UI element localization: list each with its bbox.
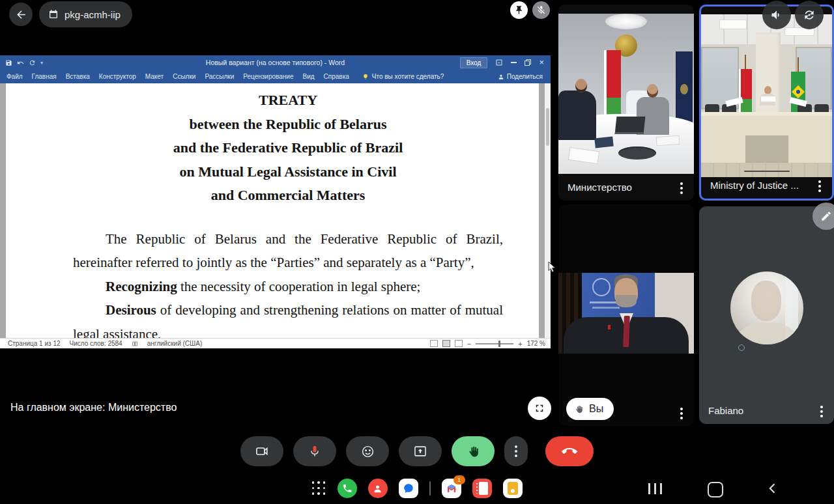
notebook [594,137,613,148]
menu-review[interactable]: Рецензирование [243,73,293,80]
messages-app-icon[interactable] [399,479,418,498]
more-icon [515,445,517,457]
speaker-button[interactable] [762,1,791,29]
share-label: Поделиться [507,73,543,80]
minimize-button[interactable] [511,62,517,63]
mic-icon [308,445,321,458]
menu-file[interactable]: Файл [7,73,23,80]
more-options-button[interactable] [504,436,528,466]
zoom-in-button[interactable]: + [518,340,522,348]
reactions-button[interactable] [346,436,389,466]
restore-button[interactable] [525,59,531,66]
zoom-out-button[interactable]: − [467,340,471,348]
document-page: TREATY between the Republic of Belarus a… [73,83,503,338]
phone-app-icon[interactable] [338,479,357,498]
you-pill: Вы [566,398,614,420]
avatar-face-hint [751,281,781,321]
menu-help[interactable]: Справка [324,73,349,80]
tile-menu-button[interactable] [814,179,826,193]
avatar-watermark [738,344,745,351]
scrollbar-thumb[interactable] [546,108,549,146]
tell-me-box[interactable]: Что вы хотите сделать? [362,73,444,80]
zoom-slider-thumb[interactable] [498,341,500,347]
brazil-flag-globe [796,90,800,94]
document-title: TREATY between the Republic of Belarus a… [73,89,503,208]
avatar-shoulders [738,322,796,344]
gmail-app-icon[interactable]: 1 [442,479,461,498]
call-controls [0,435,834,468]
docs-app-icon[interactable] [503,479,523,498]
presentation-muted-icon [532,1,550,19]
word-window: ▾ Новый вариант (на основе типового) - W… [0,55,551,348]
fullscreen-button[interactable] [528,397,551,420]
chandelier [605,14,647,29]
android-back-button[interactable] [766,482,779,495]
participant-figure-left [558,91,596,140]
zoom-slider[interactable] [476,343,513,344]
paragraph-intro: The Republic of Belarus and the Federati… [73,227,503,275]
mic-button[interactable] [293,436,336,466]
present-icon [413,444,427,458]
menu-mailings[interactable]: Рассылки [205,73,234,80]
notes-app-icon[interactable] [472,479,492,498]
lightbulb-icon [362,74,369,80]
web-layout-button[interactable] [455,340,463,347]
participant-tile-fabiano[interactable]: Fabiano [699,206,834,424]
mouse-cursor [548,261,556,273]
participant-name: Ministry of Justice ... [710,180,799,191]
page-indicator[interactable]: Страница 1 из 12 [8,340,61,347]
home-button[interactable] [708,482,723,497]
proofing-icon[interactable] [132,341,138,347]
end-call-button[interactable] [545,436,594,466]
app-drawer-button[interactable] [312,481,326,496]
main-screen-label: На главном экране: Министерство [10,402,177,413]
participant-tile-you[interactable]: Вы [558,204,694,426]
menu-references[interactable]: Ссылки [173,73,195,80]
ribbon-display-icon[interactable] [495,59,503,66]
read-mode-button[interactable] [430,340,438,347]
word-count[interactable]: Число слов: 2584 [70,340,122,347]
meeting-room-video [558,14,694,174]
hand-raise-button[interactable] [452,436,495,466]
hand-icon [574,404,584,414]
pin-indicator[interactable] [510,1,528,19]
u-table-opening [745,135,788,163]
participant-tile-ministerstvo[interactable]: Министерство [558,5,694,201]
speakerphone [618,147,656,160]
menu-view[interactable]: Вид [303,73,315,80]
lapel-pin [608,325,611,329]
tile-menu-button[interactable] [816,404,827,419]
menu-insert[interactable]: Вставка [66,73,90,80]
switch-camera-button[interactable] [795,1,824,29]
recents-button[interactable] [648,483,662,494]
camera-button[interactable] [240,436,283,466]
share-button[interactable]: Поделиться [498,73,543,80]
print-layout-button[interactable] [442,340,450,347]
menu-design[interactable]: Конструктор [99,73,136,80]
menu-layout[interactable]: Макет [145,73,164,80]
meeting-code-pill[interactable]: pkg-acmh-iip [39,1,132,27]
menu-home[interactable]: Главная [32,73,57,80]
word-titlebar: ▾ Новый вариант (на основе типового) - W… [0,55,551,70]
paragraph-recognizing: Recognizing the necessity of cooperation… [73,275,503,299]
participant-head-left [575,79,587,92]
participant-tile-ministry-of-justice[interactable]: Ministry of Justice ... [699,5,834,201]
language-indicator[interactable]: английский (США) [147,340,203,347]
belarus-flag [739,69,752,117]
page-left-edge [0,83,6,338]
tile-menu-button[interactable] [676,406,687,421]
gmail-badge: 1 [453,475,465,484]
present-screen-button[interactable] [399,436,442,466]
contacts-app-icon[interactable] [368,479,388,498]
docs-dot [511,489,515,493]
signin-button[interactable]: Вход [460,57,488,68]
zoom-level[interactable]: 172 % [527,340,545,347]
participant-name: Министерство [568,182,632,193]
back-button[interactable] [9,3,33,26]
justice-room-video [701,14,832,177]
name-card-center [761,96,775,102]
hand-icon [467,445,480,458]
close-button[interactable]: × [539,59,544,66]
tile-menu-button[interactable] [676,181,687,195]
presentation-tile[interactable]: ▾ Новый вариант (на основе типового) - W… [0,0,553,427]
